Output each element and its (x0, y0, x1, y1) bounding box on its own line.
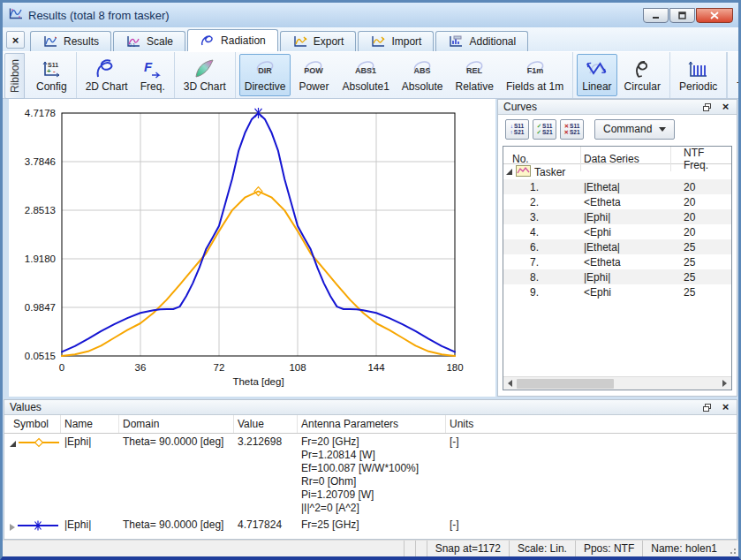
freq-icon: F (141, 58, 163, 79)
ribbon-button-label: 3D Chart (184, 80, 226, 93)
tab-list: Results0 1ScaleRadiationExportImportAddi… (30, 29, 528, 51)
y-tick-label: 4.7178 (25, 108, 56, 118)
curves-panel-titlebar[interactable]: Curves × (498, 100, 737, 115)
values-panel-titlebar[interactable]: Values × (4, 400, 737, 415)
curves-row[interactable]: 9.<Ephi25 (503, 284, 731, 299)
curves-row[interactable]: 3.|Ephi|20 (503, 209, 731, 224)
y-tick-label: 2.8513 (25, 205, 56, 216)
results-icon (42, 35, 58, 48)
curve-number: 1. (503, 181, 581, 193)
tab-scale[interactable]: 0 1Scale (113, 31, 185, 51)
curve-data-series: |Etheta| (581, 241, 671, 254)
curves-table-header: No.Data SeriesNTF Freq. (503, 147, 731, 164)
minimize-button[interactable] (643, 8, 669, 23)
curve-ntf-freq: 25 (671, 241, 731, 254)
curve-ntf-freq: 20 (671, 226, 731, 238)
freq-button[interactable]: FFreq. (135, 54, 170, 96)
value-name: |Ephi| (61, 518, 119, 532)
ribbon-button-label: Power (299, 80, 329, 93)
float-panel-icon[interactable] (701, 402, 713, 413)
values-row[interactable]: |Ephi|Theta= 90.0000 [deg]4.717824Fr=25 … (4, 517, 737, 535)
status-item: Snap at=1172 (427, 541, 509, 556)
window-title: Results (total 8 from tasker) (28, 9, 170, 22)
s-param-label: S11 (542, 123, 552, 129)
svg-text:F1m: F1m (526, 65, 543, 74)
ribbon-group: Toolbars (727, 52, 741, 98)
x-tick-label: 0 (59, 362, 64, 373)
s-param-glyph-icon: ↑ (510, 129, 513, 135)
export-icon (292, 35, 308, 48)
maximize-button[interactable] (669, 8, 695, 23)
absolute-button[interactable]: ABSAbsolute (397, 54, 449, 96)
s-params-cross-button[interactable]: ✕S11✕S21 (560, 119, 584, 140)
ribbon-button-label: Toolbars (737, 80, 741, 93)
scroll-right-icon[interactable] (718, 377, 731, 390)
radiation-pattern-chart[interactable]: 036721081441804.71783.78462.85131.91800.… (9, 99, 495, 397)
curve-ntf-freq: 25 (671, 271, 731, 284)
series-symbol-icon (18, 520, 58, 534)
curves-row[interactable]: 4.<Ephi20 (503, 224, 731, 239)
ribbon-group: S11+ -Config (27, 52, 77, 98)
circular-icon (631, 58, 654, 79)
circular-button[interactable]: Circular (619, 54, 666, 96)
config-button[interactable]: S11+ -Config (31, 54, 72, 96)
ribbon-group: 2D ChartFFreq. (77, 52, 175, 98)
tab-results[interactable]: Results (30, 31, 111, 51)
x-tick-label: 108 (289, 362, 306, 373)
relative-button[interactable]: RELRelative (450, 54, 499, 96)
y-tick-label: 0.0515 (25, 351, 56, 361)
antenna-parameters: Fr=25 [GHz] (298, 518, 446, 532)
collapsed-triangle-icon[interactable] (10, 524, 15, 531)
ribbon-button-label: Absolute (402, 80, 443, 93)
ribbon-side-tab[interactable]: Ribbon (4, 53, 25, 99)
tab-additional[interactable]: Additional (435, 31, 528, 51)
title-bar[interactable]: Results (total 8 from tasker) (3, 3, 738, 27)
ribbon-button-label: Absolute1 (342, 80, 389, 93)
curves-group-label: Tasker (534, 166, 565, 178)
svg-text:ABS1: ABS1 (355, 65, 376, 74)
close-pane-icon[interactable]: × (6, 31, 25, 49)
s-params-check-button[interactable]: ✓S11✓S21 (533, 119, 556, 140)
float-panel-icon[interactable] (701, 102, 713, 113)
curves-hscrollbar[interactable] (503, 376, 731, 390)
curves-row[interactable]: 1.|Etheta|20 (503, 179, 731, 194)
values-row[interactable]: |Ephi|Theta= 90.0000 [deg]3.212698Fr=20 … (4, 434, 737, 517)
s-params-arrows-button[interactable]: ↓S11↑S21 (505, 119, 529, 140)
close-button[interactable] (696, 8, 733, 23)
linear-button[interactable]: Linear (577, 54, 616, 96)
fields-at-1m-button[interactable]: F1mFields at 1m (501, 54, 569, 96)
s-param-label: S21 (514, 129, 525, 135)
scroll-thumb[interactable] (517, 379, 614, 389)
tab-import[interactable]: Import (358, 31, 434, 51)
expanded-triangle-icon[interactable] (10, 441, 16, 447)
tab-export[interactable]: Export (280, 31, 357, 51)
expanded-triangle-icon[interactable] (506, 169, 512, 175)
values-column-header: Antenna Parameters (298, 415, 446, 433)
x-axis-label: Theta [deg] (232, 376, 284, 387)
tab-label: Radiation (221, 34, 266, 47)
curves-row[interactable]: 2.<Etheta20 (503, 194, 731, 209)
value-domain: Theta= 90.0000 [deg] (119, 435, 234, 449)
resize-grip[interactable] (725, 541, 738, 556)
tab-radiation[interactable]: Radiation (187, 29, 278, 51)
2d-chart-button[interactable]: 2D Chart (80, 54, 133, 96)
curves-row[interactable]: 8.|Ephi|25 (503, 269, 731, 284)
curves-table[interactable]: No.Data SeriesNTF Freq. Tasker1.|Etheta|… (503, 146, 732, 390)
command-dropdown[interactable]: Command (594, 119, 675, 140)
curves-row[interactable]: 6.|Etheta|25 (503, 239, 731, 254)
toolbars-button[interactable]: Toolbars (731, 54, 741, 96)
curve-ntf-freq: 20 (671, 211, 731, 223)
directive-button[interactable]: DIRDirective (239, 54, 291, 96)
scroll-left-icon[interactable] (503, 377, 517, 390)
periodic-button[interactable]: Periodic (674, 54, 722, 96)
ribbon-button-label: Config (36, 80, 67, 93)
ribbon-button-label: Fields at 1m (506, 80, 563, 93)
close-panel-icon[interactable]: × (720, 102, 731, 113)
curves-row[interactable]: 7.<Etheta25 (503, 254, 731, 269)
3d-chart-button[interactable]: 3D Chart (178, 54, 231, 96)
power-button[interactable]: POWPower (292, 54, 335, 96)
curves-toolbar: ↓S11↑S21✓S11✓S21✕S11✕S21 Command (498, 115, 737, 143)
close-panel-icon[interactable]: × (720, 402, 731, 413)
tab-label: Scale (147, 35, 173, 48)
absolute1-button[interactable]: ABS1Absolute1 (336, 54, 394, 96)
